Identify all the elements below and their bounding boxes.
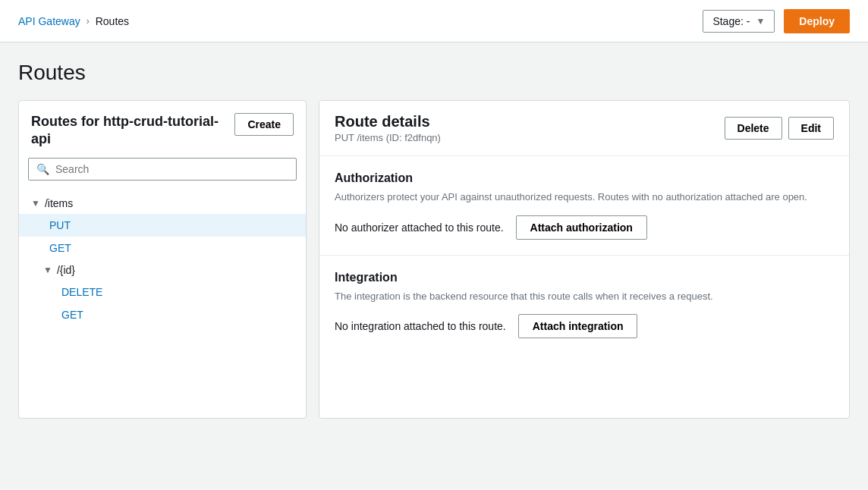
integration-description: The integration is the backend resource … (335, 289, 834, 304)
search-box: 🔍 (28, 158, 297, 181)
route-get-items[interactable]: GET (19, 237, 306, 259)
main-layout: Routes for http-crud-tutorial-api Create… (18, 100, 850, 419)
search-icon: 🔍 (36, 163, 49, 175)
right-panel-header: Route details PUT /items (ID: f2dfnqn) D… (319, 101, 849, 156)
search-input[interactable] (55, 163, 288, 175)
create-route-button[interactable]: Create (234, 113, 294, 136)
stage-dropdown[interactable]: Stage: - ▼ (703, 10, 775, 33)
integration-section: Integration The integration is the backe… (319, 256, 849, 354)
route-put-items[interactable]: PUT (19, 214, 306, 237)
route-delete-id[interactable]: DELETE (19, 281, 306, 303)
route-details-info: Route details PUT /items (ID: f2dfnqn) (335, 113, 441, 143)
tree-group-items[interactable]: ▼ /items (19, 193, 306, 214)
stage-label: Stage: - (712, 15, 750, 27)
integration-title: Integration (335, 271, 834, 284)
attach-integration-button[interactable]: Attach integration (518, 314, 638, 338)
authorization-title: Authorization (335, 171, 834, 185)
integration-row: No integration attached to this route. A… (335, 314, 834, 338)
attach-authorization-button[interactable]: Attach authorization (516, 215, 647, 240)
breadcrumb-api-gateway[interactable]: API Gateway (18, 15, 80, 27)
route-subtitle: PUT /items (ID: f2dfnqn) (335, 132, 441, 143)
breadcrumb-separator: › (86, 16, 90, 27)
breadcrumb-routes: Routes (96, 15, 129, 27)
edit-route-button[interactable]: Edit (788, 117, 834, 140)
breadcrumb: API Gateway › Routes (18, 15, 129, 27)
items-toggle-icon: ▼ (31, 198, 40, 209)
header-actions: Delete Edit (725, 117, 834, 140)
id-toggle-icon: ▼ (43, 265, 52, 275)
top-bar: API Gateway › Routes Stage: - ▼ Deploy (0, 0, 868, 42)
top-bar-actions: Stage: - ▼ Deploy (703, 9, 850, 33)
deploy-button[interactable]: Deploy (784, 9, 850, 33)
left-panel-header: Routes for http-crud-tutorial-api Create (19, 101, 306, 158)
no-authorizer-text: No authorizer attached to this route. (335, 221, 504, 234)
dropdown-arrow-icon: ▼ (756, 16, 765, 27)
routes-panel-title: Routes for http-crud-tutorial-api (31, 113, 234, 149)
authorization-description: Authorizers protect your API against una… (335, 190, 834, 205)
authorization-section: Authorization Authorizers protect your A… (319, 156, 849, 256)
authorization-row: No authorizer attached to this route. At… (335, 215, 834, 240)
right-panel: Route details PUT /items (ID: f2dfnqn) D… (319, 100, 850, 419)
route-get-id[interactable]: GET (19, 303, 306, 326)
page-title: Routes (18, 61, 850, 85)
id-group-label: /{id} (57, 264, 75, 276)
search-container: 🔍 (19, 158, 306, 190)
left-panel: Routes for http-crud-tutorial-api Create… (18, 100, 307, 419)
routes-tree: ▼ /items PUT GET ▼ /{id} DELETE GET (19, 190, 306, 329)
delete-route-button[interactable]: Delete (725, 117, 782, 140)
route-details-title: Route details (335, 113, 441, 130)
items-group-label: /items (45, 197, 73, 209)
page-content: Routes Routes for http-crud-tutorial-api… (0, 42, 868, 437)
no-integration-text: No integration attached to this route. (335, 320, 506, 332)
tree-group-id[interactable]: ▼ /{id} (19, 259, 306, 281)
